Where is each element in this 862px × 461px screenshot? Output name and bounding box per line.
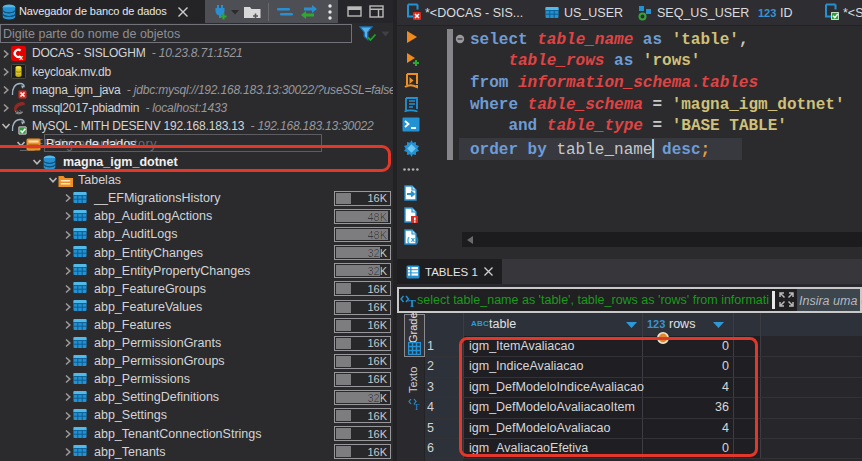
svg-text:x: x <box>19 54 23 61</box>
svg-text:(x): (x) <box>406 236 419 244</box>
svg-text:T: T <box>414 402 420 411</box>
svg-text:T: T <box>409 297 417 308</box>
